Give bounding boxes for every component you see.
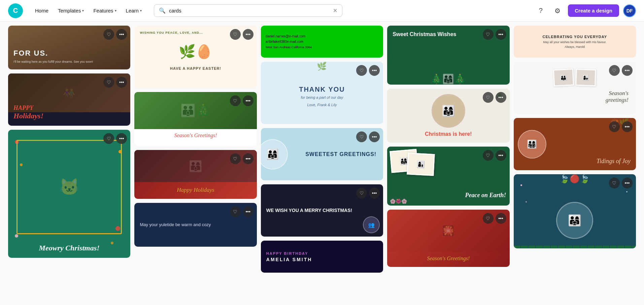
card-favorite-button[interactable]: ♡ [230, 206, 241, 217]
card-happy-holidays[interactable]: 👫 HAPPY Holidays! ♡ ••• [8, 73, 130, 126]
card-more-button[interactable]: ••• [369, 131, 380, 142]
card-tidings-actions: ♡ ••• [609, 121, 633, 132]
card-yuletide-actions: ♡ ••• [230, 206, 253, 217]
card-favorite-button[interactable]: ♡ [103, 77, 114, 88]
card-thank-you[interactable]: 🌿 THANK YOU for being a part of our day … [261, 62, 383, 124]
card-favorite-button[interactable]: ♡ [230, 29, 241, 40]
card-more-button[interactable]: ••• [243, 95, 253, 106]
card-birthday-title: HAPPY BIRTHDAY [266, 251, 378, 255]
card-xmas-here[interactable]: 👨‍👩‍👧 🎄 Christmas is here! ♡ ••• [387, 89, 509, 143]
card-happy-holidays-text: HAPPY Holidays! [13, 104, 43, 120]
card-favorite-button[interactable]: ♡ [103, 133, 114, 144]
card-seasons-red-actions: ♡ ••• [483, 213, 506, 224]
card-more-button[interactable]: ••• [243, 153, 253, 164]
nav-right: ? ⚙ Create a design DF [534, 4, 636, 17]
card-more-button[interactable]: ••• [116, 77, 127, 88]
card-favorite-button[interactable]: ♡ [483, 150, 494, 161]
card-more-button[interactable]: ••• [243, 29, 253, 40]
card-thank-you-subtitle: for being a part of our day [301, 95, 343, 99]
card-favorite-button[interactable]: ♡ [483, 92, 494, 103]
card-teal-dark-christmas[interactable]: 🍃🔴🍃 👨‍👩‍👧 ♡ ••• [514, 174, 636, 248]
card-sweet-xmas[interactable]: Sweet Christmas Wishes 🎄👨‍👩‍👧🎄 ♡ ••• [387, 26, 509, 85]
nav-features[interactable]: Features ▾ [89, 5, 120, 16]
card-more-button[interactable]: ••• [622, 65, 633, 76]
search-bar: 🔍 ✕ [154, 4, 342, 17]
card-favorite-button[interactable]: ♡ [356, 131, 367, 142]
card-more-button[interactable]: ••• [622, 121, 633, 132]
card-favorite-button[interactable]: ♡ [356, 188, 367, 199]
card-thank-you-sig: Love, Frank & Lily [307, 103, 337, 107]
card-celebrating-subtitle: May all your wishes be blessed with His … [543, 40, 606, 44]
card-more-button[interactable]: ••• [116, 29, 127, 40]
card-happy-holidays-actions: ♡ ••• [103, 77, 127, 88]
card-more-button[interactable]: ••• [369, 65, 380, 76]
card-seasons-text: Season's Greetings! [139, 132, 252, 139]
card-for-us-actions: ♡ ••• [103, 29, 127, 40]
card-more-button[interactable]: ••• [622, 178, 633, 188]
help-button[interactable]: ? [534, 4, 547, 17]
card-happy-holidays-red[interactable]: 👨‍👩‍👦 Happy Holidays ♡ ••• [134, 150, 257, 199]
card-favorite-button[interactable]: ♡ [609, 65, 620, 76]
card-xmas-here-text: Christmas is here! [425, 131, 472, 137]
card-for-us-title: FOR US. [13, 49, 125, 58]
card-more-button[interactable]: ••• [243, 206, 253, 217]
card-seasons-red-bottom[interactable]: 🎇 Season's Greetings! ♡ ••• [387, 210, 509, 267]
clear-search-icon[interactable]: ✕ [333, 7, 337, 14]
card-xmas-here-actions: ♡ ••• [483, 92, 506, 103]
card-favorite-button[interactable]: ♡ [609, 121, 620, 132]
card-peace-earth[interactable]: 👨‍👩‍👧 👩‍👦 🌸🌺🌸 Peace on Earth! ♡ ••• [387, 147, 509, 206]
create-design-button[interactable]: Create a design [568, 4, 619, 17]
card-for-us[interactable]: FOR US. I'll be waiting here as you fulf… [8, 26, 130, 69]
card-sweetest-greetings[interactable]: 👨‍👩‍👧 SWEETEST GREETINGS! ♡ ••• [261, 128, 383, 180]
card-celebrating[interactable]: CELEBRATING YOU EVERYDAY May all your wi… [514, 26, 636, 58]
nav-home[interactable]: Home [31, 5, 53, 16]
card-sweetest-actions: ♡ ••• [356, 131, 380, 142]
card-favorite-button[interactable]: ♡ [483, 213, 494, 224]
card-seasons-photo-white[interactable]: 👪 👩‍👧 Season'sgreetings! ♡ ••• [514, 62, 636, 114]
card-peace-actions: ♡ ••• [483, 150, 506, 161]
card-more-button[interactable]: ••• [496, 150, 506, 161]
card-more-button[interactable]: ••• [116, 133, 127, 144]
card-seasons-red-text: Season's Greetings! [427, 255, 470, 262]
card-yuletide[interactable]: May your yuletide be warm and cozy ♡ ••• [134, 203, 257, 247]
card-more-button[interactable]: ••• [496, 213, 506, 224]
card-birthday[interactable]: HAPPY BIRTHDAY AMELIA SMITH [261, 241, 383, 273]
card-grid: FOR US. I'll be waiting here as you fulf… [8, 26, 636, 273]
search-input[interactable] [169, 8, 330, 13]
card-seasons-photo-text: Season'sgreetings! [518, 90, 631, 103]
settings-button[interactable]: ⚙ [551, 4, 564, 17]
card-for-us-subtitle: I'll be waiting here as you fulfill your… [13, 60, 125, 64]
nav-templates[interactable]: Templates ▾ [54, 5, 88, 16]
card-seasons-actions: ♡ ••• [230, 95, 253, 106]
features-chevron-icon: ▾ [115, 9, 116, 12]
card-celebrating-sig: Always, Harold [565, 45, 585, 49]
card-favorite-button[interactable]: ♡ [609, 178, 620, 188]
card-easter[interactable]: WISHING YOU PEACE, LOVE, AND... 🌿🥚 HAVE … [134, 26, 257, 88]
main-content: FOR US. I'll be waiting here as you fulf… [0, 22, 644, 305]
card-meowry-text: Meowry Christmas! [13, 244, 125, 252]
card-favorite-button[interactable]: ♡ [230, 153, 241, 164]
card-happy-holidays-red-actions: ♡ ••• [230, 153, 253, 164]
avatar[interactable]: DF [623, 4, 636, 17]
canva-logo[interactable]: C [8, 3, 23, 18]
card-meowry-christmas[interactable]: 🐱 Meowry Christmas! ♡ ••• [8, 130, 130, 258]
card-more-button[interactable]: ••• [369, 188, 380, 199]
card-favorite-button[interactable]: ♡ [103, 29, 114, 40]
help-icon: ? [539, 7, 543, 14]
card-sweetest-text: SWEETEST GREETINGS! [305, 151, 376, 157]
card-seasons-photo-actions: ♡ ••• [609, 65, 633, 76]
card-favorite-button[interactable]: ♡ [356, 65, 367, 76]
card-thank-you-actions: ♡ ••• [356, 65, 380, 76]
nav-links: Home Templates ▾ Features ▾ Learn ▾ [31, 5, 146, 16]
templates-chevron-icon: ▾ [82, 9, 84, 12]
card-favorite-button[interactable]: ♡ [230, 95, 241, 106]
card-tidings-joy[interactable]: 👨‍👩‍👧‍👦 🍂🌿 Tidings of Joy ♡ ••• [514, 118, 636, 170]
card-meowry-actions: ♡ ••• [103, 133, 127, 144]
card-seasons-greetings-photo[interactable]: 👪🎄 Season's Greetings! ♡ ••• [134, 92, 257, 146]
nav-learn[interactable]: Learn ▾ [122, 5, 146, 16]
card-easter-bottom: HAVE A HAPPY EASTER! [140, 66, 251, 70]
card-green-biz[interactable]: daniel.names@e-mail.comartbrilake8380e-m… [261, 26, 383, 58]
card-green-biz-text: daniel.names@e-mail.comartbrilake8380e-m… [266, 34, 378, 50]
card-more-button[interactable]: ••• [496, 92, 506, 103]
card-we-wish[interactable]: 🌺 WE WISH YOU A MERRY CHRISTMAS! 👥 ♡ ••• [261, 184, 383, 237]
